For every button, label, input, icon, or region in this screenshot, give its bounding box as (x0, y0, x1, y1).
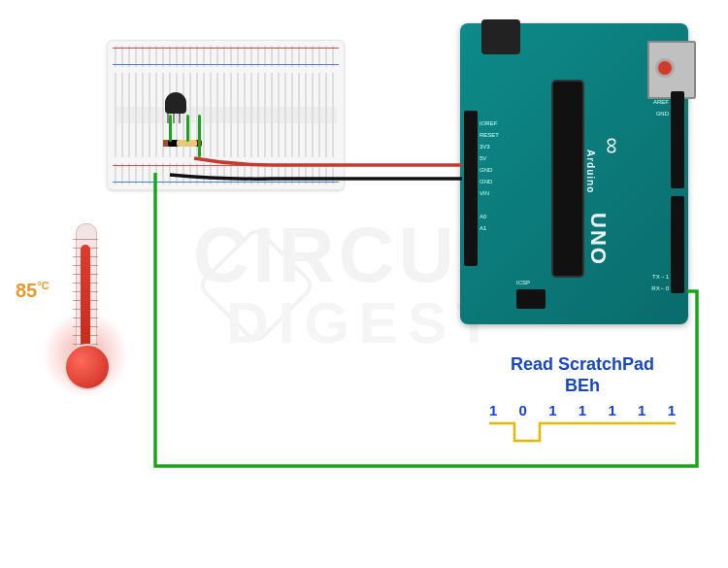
breadboard (107, 40, 345, 190)
bit-6: 1 (668, 402, 676, 418)
temperature-unit: °C (37, 280, 49, 291)
bit-5: 1 (638, 402, 645, 418)
barrel-jack (481, 19, 520, 54)
signal-title-line2: BEh (485, 376, 679, 397)
arduino-uno-board: ICSP ∞ Arduino UNO IOREF RESET 3V3 5V GN… (460, 23, 688, 324)
breadboard-jumper-3 (198, 115, 201, 157)
header-digital-low (671, 196, 684, 293)
temperature-reading: 85°C (16, 280, 50, 302)
breadboard-power-rail-bottom (115, 163, 337, 184)
arduino-logo-icon: ∞ (599, 137, 626, 153)
signal-waveform (485, 419, 679, 445)
bit-2: 1 (548, 402, 556, 418)
arduino-model-label: UNO (585, 213, 611, 266)
thermometer-bulb (64, 344, 111, 390)
reset-button (655, 58, 675, 78)
breadboard-jumper-2 (186, 115, 189, 142)
header-power-analog (464, 111, 478, 266)
breadboard-terminal-strips (115, 73, 337, 157)
signal-bits: 1 0 1 1 1 1 1 (485, 402, 679, 418)
bit-3: 1 (579, 402, 586, 418)
breadboard-jumper-1 (169, 115, 172, 142)
wiring-diagram: CIRCUIT DIGEST ICSP ∞ Arduino UNO IOREF … (0, 0, 728, 568)
watermark-badge (196, 225, 316, 346)
bit-0: 1 (489, 402, 497, 418)
arduino-brand-label: Arduino (585, 150, 596, 193)
icsp-header (516, 289, 546, 309)
temperature-value: 85 (16, 280, 37, 301)
signal-title-line1: Read ScratchPad (485, 354, 679, 376)
bit-4: 1 (608, 402, 615, 418)
signal-readout: Read ScratchPad BEh 1 0 1 1 1 1 1 (485, 354, 679, 445)
thermometer-icon (47, 223, 124, 408)
icsp-label: ICSP (516, 280, 530, 285)
temperature-sensor-ds18b20 (165, 92, 186, 114)
bit-1: 0 (519, 402, 527, 418)
breadboard-power-rail-top (115, 46, 337, 67)
atmega-chip (553, 82, 582, 276)
header-digital-high (671, 91, 684, 188)
